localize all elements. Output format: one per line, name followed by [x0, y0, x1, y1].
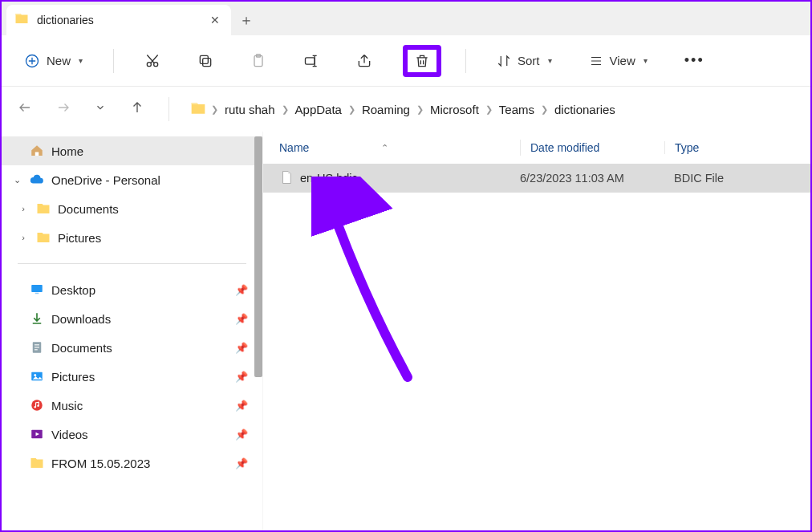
pin-icon[interactable]: 📌 [235, 284, 248, 296]
pin-icon[interactable]: 📌 [235, 400, 248, 412]
folder-icon [29, 456, 45, 470]
copy-button[interactable] [191, 48, 220, 74]
sidebar-item-custom-folder[interactable]: FROM 15.05.2023 📌 [2, 449, 262, 477]
annotation-arrow [311, 177, 424, 401]
folder-icon [14, 11, 29, 29]
svg-point-16 [31, 400, 43, 411]
address-bar[interactable]: ❯ rutu shah ❯ AppData ❯ Roaming ❯ Micros… [190, 99, 617, 120]
view-button-label: View [610, 54, 635, 67]
download-icon [29, 311, 45, 326]
chevron-down-icon: ▾ [644, 56, 648, 65]
svg-rect-13 [35, 349, 38, 350]
chevron-right-icon[interactable]: ❯ [282, 104, 289, 115]
sidebar-item-label: Home [51, 144, 248, 158]
svg-point-17 [35, 406, 36, 408]
sidebar-item-music[interactable]: Music 📌 [2, 391, 262, 420]
chevron-right-icon[interactable]: ❯ [541, 104, 548, 115]
scrollbar[interactable] [254, 136, 262, 377]
videos-icon [29, 427, 45, 441]
sidebar-item-pictures[interactable]: › Pictures [2, 223, 262, 252]
window-tab[interactable]: dictionaries ✕ [6, 5, 231, 35]
new-button[interactable]: New ▾ [18, 48, 89, 74]
file-row[interactable]: en-US.bdic 6/23/2023 11:03 AM BDIC File [263, 164, 810, 193]
breadcrumb-segment[interactable]: AppData [294, 99, 343, 120]
sidebar-item-label: FROM 15.05.2023 [51, 457, 229, 470]
separator [168, 97, 169, 121]
sidebar-item-videos[interactable]: Videos 📌 [2, 420, 262, 449]
paste-button[interactable] [244, 48, 273, 74]
share-button[interactable] [350, 48, 379, 74]
svg-rect-7 [306, 57, 315, 63]
navigation-pane: Home ⌄ OneDrive - Personal › Documents ›… [2, 132, 262, 530]
file-icon [279, 170, 294, 187]
rename-button[interactable] [297, 48, 326, 74]
folder-icon [35, 201, 51, 216]
document-icon [29, 340, 45, 355]
file-list-pane: Name ⌃ Date modified Type en-US.bdic 6/2… [262, 132, 810, 530]
up-button[interactable] [127, 97, 148, 121]
sidebar-item-label: OneDrive - Personal [51, 173, 248, 187]
sidebar-item-label: Pictures [51, 370, 229, 384]
folder-icon [35, 230, 51, 245]
toolbar: New ▾ Sort ▾ View ▾ ••• [2, 35, 810, 87]
chevron-right-icon[interactable]: ❯ [211, 104, 218, 115]
svg-rect-3 [203, 58, 211, 66]
sidebar-item-documents-quick[interactable]: Documents 📌 [2, 333, 262, 362]
column-header-date[interactable]: Date modified [530, 141, 599, 154]
pin-icon[interactable]: 📌 [235, 457, 248, 469]
svg-point-2 [154, 62, 158, 66]
sort-button[interactable]: Sort ▾ [490, 49, 558, 73]
file-date: 6/23/2023 11:03 AM [520, 172, 664, 185]
back-button[interactable] [14, 97, 35, 121]
svg-point-15 [34, 374, 36, 376]
breadcrumb-segment[interactable]: rutu shah [223, 99, 277, 120]
sidebar-item-desktop[interactable]: Desktop 📌 [2, 275, 262, 304]
column-header-type[interactable]: Type [675, 141, 699, 154]
delete-button[interactable] [403, 45, 441, 77]
chevron-down-icon: ▾ [548, 56, 552, 65]
sidebar-item-downloads[interactable]: Downloads 📌 [2, 304, 262, 333]
svg-point-1 [147, 62, 151, 66]
column-header-name[interactable]: Name [279, 141, 309, 154]
breadcrumb-segment[interactable]: Roaming [360, 99, 412, 120]
chevron-right-icon[interactable]: ❯ [348, 104, 355, 115]
new-tab-button[interactable]: ＋ [231, 10, 262, 30]
cloud-icon [29, 173, 45, 187]
pin-icon[interactable]: 📌 [235, 428, 248, 441]
chevron-right-icon[interactable]: › [18, 204, 29, 213]
svg-point-18 [37, 405, 39, 407]
pictures-icon [29, 369, 45, 384]
chevron-down-icon[interactable]: ⌄ [11, 175, 22, 185]
sidebar-item-pictures-quick[interactable]: Pictures 📌 [2, 362, 262, 391]
view-button[interactable]: View ▾ [583, 49, 654, 73]
new-button-label: New [47, 54, 71, 67]
chevron-right-icon[interactable]: ❯ [416, 104, 424, 115]
more-button[interactable]: ••• [678, 47, 711, 74]
pin-icon[interactable]: 📌 [235, 342, 248, 354]
tab-strip: dictionaries ✕ ＋ [2, 2, 810, 35]
sidebar-item-label: Desktop [51, 283, 229, 297]
recent-locations-button[interactable] [91, 99, 109, 120]
separator [465, 49, 466, 73]
cut-button[interactable] [138, 48, 167, 74]
forward-button[interactable] [53, 97, 74, 121]
sidebar-item-onedrive[interactable]: ⌄ OneDrive - Personal [2, 165, 262, 194]
sidebar-item-home[interactable]: Home [2, 136, 262, 165]
column-headers: Name ⌃ Date modified Type [263, 132, 810, 164]
sidebar-item-documents[interactable]: › Documents [2, 194, 262, 223]
pin-icon[interactable]: 📌 [235, 371, 248, 383]
svg-rect-12 [35, 347, 39, 347]
chevron-right-icon[interactable]: › [18, 233, 29, 242]
music-icon [29, 398, 45, 412]
breadcrumb-segment[interactable]: dictionaries [553, 99, 617, 120]
sort-indicator-icon: ⌃ [381, 143, 388, 153]
breadcrumb-segment[interactable]: Teams [497, 99, 536, 120]
home-icon [29, 144, 45, 158]
pin-icon[interactable]: 📌 [235, 313, 248, 325]
close-tab-icon[interactable]: ✕ [207, 14, 223, 26]
breadcrumb-segment[interactable]: Microsoft [428, 99, 481, 120]
sidebar-item-label: Documents [58, 202, 248, 216]
file-type: BDIC File [664, 172, 794, 185]
svg-rect-9 [35, 293, 39, 294]
chevron-right-icon[interactable]: ❯ [485, 104, 493, 115]
